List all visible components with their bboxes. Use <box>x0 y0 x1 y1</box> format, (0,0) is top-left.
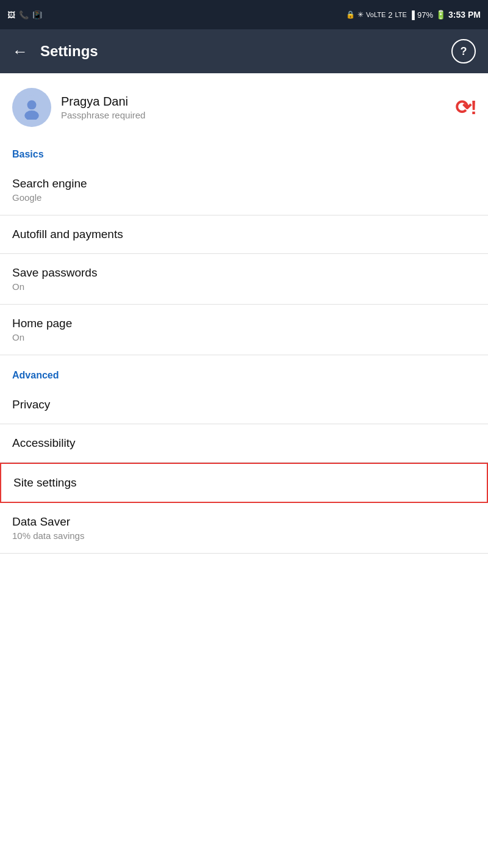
svg-point-1 <box>27 100 37 109</box>
data-saver-value: 10% data savings <box>12 530 476 541</box>
bluetooth-icon: ✳ <box>357 10 364 19</box>
save-passwords-title: Save passwords <box>12 266 476 280</box>
phone-icon: 📞 <box>19 10 29 20</box>
settings-item-home-page[interactable]: Home page On <box>0 305 488 355</box>
section-advanced-label: Advanced <box>0 363 488 386</box>
app-bar: ← Settings ? <box>0 29 488 73</box>
settings-item-search-engine[interactable]: Search engine Google <box>0 165 488 215</box>
sim-icon: 2 <box>388 10 392 20</box>
image-icon: 🖼 <box>7 10 15 20</box>
sync-error-icon[interactable]: ⟳! <box>455 96 476 119</box>
back-button[interactable]: ← <box>12 42 28 61</box>
settings-item-accessibility[interactable]: Accessibility <box>0 424 488 463</box>
status-right-icons: 🔒 ✳ VoLTE 2 LTE ▐ 97% 🔋 3:53 PM <box>346 10 481 20</box>
vibrate-icon: 📳 <box>32 10 42 20</box>
home-page-title: Home page <box>12 317 476 330</box>
save-passwords-value: On <box>12 281 476 292</box>
avatar-icon <box>20 95 44 120</box>
page-title: Settings <box>40 43 98 60</box>
search-engine-title: Search engine <box>12 177 476 190</box>
battery-pct: 97% <box>417 10 433 20</box>
lock-icon: 🔒 <box>346 10 355 19</box>
profile-subtitle: Passphrase required <box>61 110 145 120</box>
profile-info: Pragya Dani Passphrase required <box>61 95 145 120</box>
privacy-title: Privacy <box>12 398 476 411</box>
settings-item-data-saver[interactable]: Data Saver 10% data savings <box>0 503 488 554</box>
profile-left: Pragya Dani Passphrase required <box>12 88 145 127</box>
profile-section[interactable]: Pragya Dani Passphrase required ⟳! <box>0 73 488 142</box>
status-left-icons: 🖼 📞 📳 <box>7 10 42 20</box>
app-bar-left: ← Settings <box>12 42 98 61</box>
battery-icon: 🔋 <box>436 10 446 20</box>
status-bar: 🖼 📞 📳 🔒 ✳ VoLTE 2 LTE ▐ 97% 🔋 3:53 PM <box>0 0 488 29</box>
data-saver-title: Data Saver <box>12 515 476 529</box>
settings-item-privacy[interactable]: Privacy <box>0 386 488 424</box>
network-icon: VoLTE <box>366 11 386 18</box>
autofill-title: Autofill and payments <box>12 228 476 241</box>
clock: 3:53 PM <box>448 10 481 20</box>
accessibility-title: Accessibility <box>12 436 476 450</box>
site-settings-title: Site settings <box>13 476 475 490</box>
home-page-value: On <box>12 332 476 342</box>
search-engine-value: Google <box>12 192 476 203</box>
settings-item-save-passwords[interactable]: Save passwords On <box>0 254 488 305</box>
help-button[interactable]: ? <box>451 39 476 63</box>
signal-bars: ▐ <box>409 10 415 20</box>
avatar <box>12 88 51 127</box>
settings-item-site-settings[interactable]: Site settings <box>0 463 488 503</box>
profile-name: Pragya Dani <box>61 95 145 109</box>
section-basics-label: Basics <box>0 142 488 165</box>
settings-item-autofill[interactable]: Autofill and payments <box>0 215 488 254</box>
lte-icon: LTE <box>395 11 406 18</box>
